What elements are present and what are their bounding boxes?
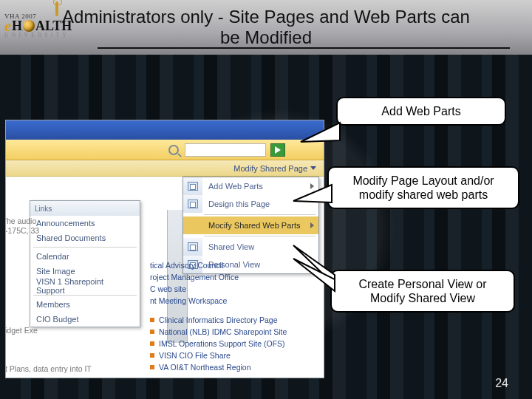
svg-marker-3 xyxy=(293,259,335,291)
modify-shared-page-link[interactable]: Modify Shared Page xyxy=(6,160,324,177)
svg-marker-1 xyxy=(293,185,332,202)
caduceus-icon xyxy=(55,1,58,16)
list-item[interactable]: VISN 1 Sharepoint Support xyxy=(30,279,140,293)
list-item[interactable]: Announcements xyxy=(30,216,140,231)
design-icon xyxy=(183,195,202,213)
webpart-icon xyxy=(183,177,202,195)
callout-modify-layout: Modify Page Layout and/or modify shared … xyxy=(327,166,519,209)
callout-pointer xyxy=(292,179,330,208)
list-item[interactable]: VA OI&T Northeast Region xyxy=(150,361,316,373)
truncated-text: 'he audio-175C, 33 xyxy=(5,216,39,235)
links-header: Links xyxy=(30,201,140,216)
logo-sub: UNIVERSITY xyxy=(4,32,98,38)
menu-separator xyxy=(33,247,137,248)
menu-separator xyxy=(33,295,137,296)
page-number: 24 xyxy=(495,377,508,390)
list-item[interactable]: CIO Budget xyxy=(30,312,140,327)
bullet-icon xyxy=(150,353,154,358)
svg-marker-0 xyxy=(301,123,340,142)
callout-pointer xyxy=(292,259,335,299)
callout-pointer xyxy=(299,118,338,142)
search-icon xyxy=(168,145,179,155)
truncated-text: t Plans, data entry into IT xyxy=(5,364,92,374)
header-bar: VHA 2007 e H ALTH UNIVERSITY Administrat… xyxy=(0,0,532,55)
list-item[interactable]: Members xyxy=(30,297,140,312)
search-input[interactable] xyxy=(185,143,266,157)
sp-topbar xyxy=(6,120,324,140)
shared-view-icon xyxy=(183,238,202,256)
bullet-icon xyxy=(150,341,154,346)
modify-icon xyxy=(183,216,202,234)
chevron-down-icon xyxy=(310,166,316,170)
slide: VHA 2007 e H ALTH UNIVERSITY Administrat… xyxy=(0,0,532,399)
bullet-icon xyxy=(150,330,154,334)
sp-searchbar xyxy=(6,140,324,160)
list-item[interactable]: Shared Documents xyxy=(30,231,140,245)
search-go-button[interactable] xyxy=(270,143,285,157)
logo-brand: e H ALTH xyxy=(4,20,98,32)
menu-separator xyxy=(204,214,316,215)
modify-link-label: Modify Shared Page xyxy=(233,164,307,173)
truncated-text: idget Exe xyxy=(5,326,38,335)
globe-icon xyxy=(23,20,35,32)
menu-separator xyxy=(204,236,316,236)
menu-item-modify-shared-webparts[interactable]: Mocify Shared Web Parts xyxy=(183,216,318,234)
title-underline xyxy=(98,47,510,49)
ehealth-logo: VHA 2007 e H ALTH UNIVERSITY xyxy=(4,6,98,44)
list-item[interactable]: National (NLB) IDMC Sharepoint Site xyxy=(150,326,316,338)
list-item[interactable]: Calendar xyxy=(30,249,140,264)
list-item[interactable]: IMSL Operations Support Site (OFS) xyxy=(150,338,316,349)
bullet-icon xyxy=(150,365,154,369)
sharepoint-screenshot: Modify Shared Page Add Web Parts Design … xyxy=(5,120,324,378)
page-title: Administrators only - Site Pages and Web… xyxy=(59,7,473,47)
callout-add-web-parts: Add Web Parts xyxy=(336,97,506,126)
list-item[interactable]: Site Image xyxy=(30,264,140,279)
chevron-right-icon xyxy=(310,222,314,228)
list-item[interactable]: Clinical Informatics Directory Page xyxy=(150,314,316,326)
links-flyout-menu: Links Announcements Shared Documents Cal… xyxy=(30,200,140,327)
bullet-icon xyxy=(150,318,154,322)
list-item[interactable]: VISN CIO File Share xyxy=(150,349,316,361)
callout-views: Create Personal View or Modify Shared Vi… xyxy=(330,270,515,313)
